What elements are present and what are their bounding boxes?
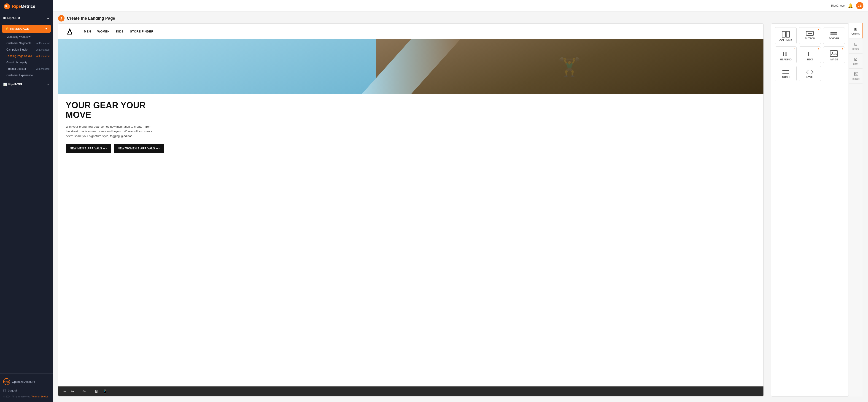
tab-blocks[interactable]: ⊟ Blocks [849, 38, 863, 54]
page-header: 2 Create the Landing Page [53, 11, 868, 23]
crm-label: RipeCRM [7, 16, 20, 20]
block-button[interactable]: ✦ BUTTON [799, 27, 820, 44]
right-panel: COLUMNS ✦ BUTTON [771, 23, 849, 397]
headline-line2: MOVE [66, 110, 91, 120]
page-title: Create the Landing Page [67, 16, 115, 21]
block-columns-label: COLUMNS [779, 39, 792, 42]
notification-bell-icon[interactable]: 🔔 [848, 3, 853, 8]
nav-link-store-finder[interactable]: STORE FINDER [130, 30, 154, 33]
blocks-tab-icon: ⊟ [854, 42, 858, 47]
sidebar-item-campaign-studio[interactable]: Campaign Studio AI Enhanced [0, 47, 53, 53]
footer-copyright: © 2024. All rights reserved. [3, 395, 31, 398]
hero-section: 🏃‍♀️ 🏋️‍♂️ [58, 39, 764, 94]
preview-button[interactable]: 👁 [81, 389, 87, 395]
sidebar-item-customer-experience[interactable]: Customer Experience [0, 72, 53, 79]
mobile-view-button[interactable]: 📱 [101, 388, 109, 395]
expand-arrow-button[interactable]: › [761, 207, 764, 213]
body-tab-icon: ⊠ [854, 57, 858, 62]
heading-icon: H [782, 50, 790, 57]
block-text-label: TEXT [807, 58, 813, 61]
nav-link-kids[interactable]: KIDS [116, 30, 124, 33]
adidas-logo-icon [66, 27, 74, 35]
product-booster-label: Product Booster [6, 67, 26, 70]
body-tab-label: Body [853, 63, 858, 65]
nav-link-men[interactable]: MEN [84, 30, 91, 33]
tab-images[interactable]: 🖼 Images [849, 69, 863, 84]
logout-row[interactable]: ⬚ Logout [3, 387, 50, 394]
btn-womens-arrivals[interactable]: NEW WOMEN'S ARRIVALS --> [114, 144, 164, 153]
landing-nav: MEN WOMEN KIDS STORE FINDER [58, 24, 764, 39]
svg-rect-3 [67, 34, 72, 35]
block-menu[interactable]: MENU [775, 66, 797, 81]
blocks-grid: COLUMNS ✦ BUTTON [775, 27, 845, 81]
crm-section: ⊞ RipeCRM ▲ [0, 13, 53, 23]
engage-label: RipeENGAGE [10, 27, 29, 30]
undo-button[interactable]: ↩ [62, 388, 68, 395]
intel-chevron-icon: ▲ [47, 83, 50, 86]
block-html[interactable]: HTML [799, 66, 820, 81]
image-icon [830, 50, 838, 57]
divider-icon [830, 31, 838, 36]
button-icon [806, 31, 814, 36]
step-badge: 2 [58, 15, 64, 22]
tab-body[interactable]: ⊠ Body [849, 54, 863, 69]
content-tab-icon: ⊞ [854, 27, 857, 32]
block-button-label: BUTTON [805, 37, 815, 40]
sidebar-item-customer-segments[interactable]: Customer Segments AI Enhanced [0, 40, 53, 47]
svg-text:H: H [782, 51, 787, 57]
btn-mens-arrivals[interactable]: NEW MEN'S ARRIVALS --> [66, 144, 111, 153]
block-heading[interactable]: ✦ H HEADING [775, 47, 797, 63]
user-avatar: CB [856, 2, 863, 9]
landing-buttons: NEW MEN'S ARRIVALS --> NEW WOMEN'S ARRIV… [66, 144, 756, 153]
block-text[interactable]: ✦ T TEXT [799, 47, 820, 63]
logout-icon: ⬚ [3, 389, 6, 392]
sidebar-item-marketing-workflow[interactable]: Marketing Workflow [0, 34, 53, 40]
editor-area: MEN WOMEN KIDS STORE FINDER 🏃‍♀️ [53, 23, 868, 402]
images-tab-icon: 🖼 [854, 72, 858, 76]
intel-icon: 📊 [3, 83, 7, 86]
menu-icon [782, 69, 790, 74]
block-columns[interactable]: COLUMNS [775, 27, 797, 44]
marketing-workflow-label: Marketing Workflow [6, 35, 30, 38]
sidebar: R RipeMetrics ⊞ RipeCRM ▲ ⚡ RipeENGAGE ▼… [0, 0, 53, 402]
logo-text: RipeMetrics [12, 4, 35, 9]
optimize-account-row[interactable]: 67% Optimize Account [3, 376, 50, 387]
topbar-username: RipeChoco [831, 4, 845, 7]
html-icon [806, 69, 814, 74]
sidebar-item-growth-loyalty[interactable]: Growth & Loyalty [0, 59, 53, 66]
optimize-label: Optimize Account [12, 380, 35, 383]
logo-icon: R [4, 3, 10, 10]
redo-button[interactable]: ↪ [69, 388, 75, 395]
engage-group-header[interactable]: ⚡ RipeENGAGE ▼ [2, 25, 51, 33]
canvas-content: MEN WOMEN KIDS STORE FINDER 🏃‍♀️ [58, 24, 764, 386]
desktop-view-button[interactable]: 🖥 [93, 389, 99, 395]
landing-page-studio-label: Landing Page Studio [6, 55, 32, 58]
canvas-toolbar: ↩ ↪ 👁 🖥 📱 [58, 386, 764, 396]
block-divider[interactable]: DIVIDER [823, 27, 845, 44]
image-ai-icon: ✦ [841, 48, 843, 50]
heading-ai-icon: ✦ [793, 48, 795, 50]
product-booster-ai-badge: AI Enhanced [36, 68, 50, 70]
topbar: RipeChoco 🔔 CB [53, 0, 868, 11]
nav-link-women[interactable]: WOMEN [97, 30, 110, 33]
engage-nav-items: Marketing Workflow Customer Segments AI … [0, 34, 53, 79]
sidebar-item-product-booster[interactable]: Product Booster AI Enhanced [0, 66, 53, 72]
block-image[interactable]: ✦ IMAGE [823, 47, 845, 63]
footer-link[interactable]: Terms of Service [31, 395, 48, 398]
content-tab-label: Content [851, 32, 860, 35]
text-ai-icon: ✦ [817, 48, 819, 50]
tab-content[interactable]: ⊞ Content [849, 23, 863, 38]
svg-rect-13 [830, 51, 838, 57]
crm-group-header[interactable]: ⊞ RipeCRM ▲ [0, 14, 53, 22]
landing-nav-links: MEN WOMEN KIDS STORE FINDER [84, 30, 154, 33]
sidebar-item-landing-page-studio[interactable]: Landing Page Studio AI Enhanced [0, 53, 53, 59]
campaign-studio-ai-badge: AI Enhanced [36, 49, 50, 51]
campaign-studio-label: Campaign Studio [6, 48, 27, 51]
block-image-label: IMAGE [830, 58, 838, 61]
block-html-label: HTML [806, 76, 813, 79]
main-content: RipeChoco 🔔 CB 2 Create the Landing Page [53, 0, 868, 402]
intel-group-header[interactable]: 📊 RipeINTEL ▲ [0, 80, 53, 88]
customer-experience-label: Customer Experience [6, 74, 33, 77]
landing-page-studio-ai-badge: AI Enhanced [36, 55, 50, 57]
growth-loyalty-label: Growth & Loyalty [6, 61, 27, 64]
